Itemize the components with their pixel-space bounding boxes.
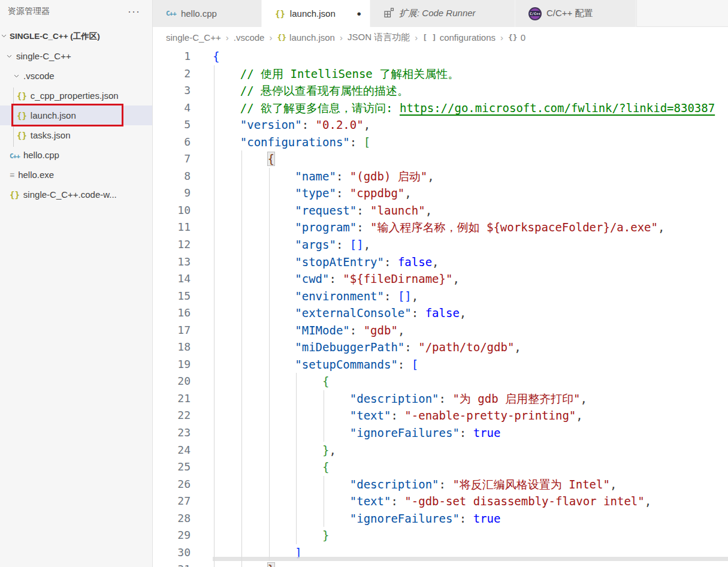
code-token: : [460, 426, 473, 439]
line-number[interactable]: 28 [153, 510, 191, 527]
code-token: , [580, 392, 587, 405]
code-line[interactable]: 19"setupCommands": [ [153, 356, 728, 373]
code-line[interactable]: 1{ [153, 48, 728, 65]
breadcrumb-item[interactable]: {}launch.json [277, 32, 335, 43]
line-number[interactable]: 7 [153, 150, 191, 168]
line-number[interactable]: 5 [153, 116, 191, 134]
code-line[interactable]: 12"args": [], [153, 236, 728, 254]
code-line[interactable]: 7{ [153, 150, 728, 168]
line-number[interactable]: 31 [153, 561, 191, 567]
line-number[interactable]: 21 [153, 390, 191, 408]
code-line[interactable]: 15"environment": [], [153, 288, 728, 305]
code-text: "text": "-enable-pretty-printing", [213, 407, 583, 424]
tree-item[interactable]: {}c_cpp_properties.json [0, 86, 152, 105]
line-number[interactable]: 23 [153, 424, 191, 442]
code-line[interactable]: 2// 使用 IntelliSense 了解相关属性。 [153, 65, 728, 83]
breadcrumb-item[interactable]: JSON 语言功能 [348, 32, 410, 43]
breadcrumb-item[interactable]: single-C_C++ [166, 32, 221, 43]
code-line[interactable]: 9"type": "cppdbg", [153, 185, 728, 202]
tree-item[interactable]: {}single-C_C++.code-w... [0, 185, 152, 204]
code-line[interactable]: 26"description": "将反汇编风格设置为 Intel", [153, 476, 728, 493]
tree-item[interactable]: single-C_C++ [0, 46, 152, 66]
line-number[interactable]: 22 [153, 407, 191, 424]
code-line[interactable]: 3// 悬停以查看现有属性的描述。 [153, 82, 728, 99]
explorer-overflow-menu-icon[interactable]: ··· [128, 5, 140, 18]
code-token: "${fileDirname}" [343, 272, 452, 285]
code-line[interactable]: 4// 欲了解更多信息，请访问: https://go.microsoft.co… [153, 99, 728, 117]
tree-item[interactable]: C++hello.cpp [0, 145, 152, 165]
code-editor[interactable]: 1{2// 使用 IntelliSense 了解相关属性。3// 悬停以查看现有… [153, 48, 728, 567]
line-number[interactable]: 9 [153, 185, 191, 202]
code-line[interactable]: 6"configurations": [ [153, 134, 728, 151]
code-token: "输入程序名称，例如 ${workspaceFolder}/a.exe" [370, 221, 658, 234]
code-line[interactable]: 16"externalConsole": false, [153, 304, 728, 322]
code-line[interactable]: 20{ [153, 373, 728, 390]
line-number[interactable]: 4 [153, 99, 191, 117]
line-number[interactable]: 27 [153, 493, 191, 510]
code-line[interactable]: 28"ignoreFailures": true [153, 510, 728, 527]
line-number[interactable]: 15 [153, 288, 191, 305]
horizontal-scrollbar[interactable] [213, 557, 728, 561]
code-line[interactable]: 22"text": "-enable-pretty-printing", [153, 407, 728, 424]
line-number[interactable]: 24 [153, 442, 191, 459]
line-number[interactable]: 12 [153, 236, 191, 254]
tab[interactable]: C++hello.cpp [153, 0, 262, 27]
line-number[interactable]: 26 [153, 476, 191, 493]
line-number[interactable]: 17 [153, 322, 191, 339]
code-text: { [213, 459, 329, 476]
tree-item[interactable]: ≡hello.exe [0, 165, 152, 185]
code-line[interactable]: 8"name": "(gdb) 启动", [153, 168, 728, 185]
line-number[interactable]: 20 [153, 373, 191, 390]
code-line[interactable]: 21"description": "为 gdb 启用整齐打印", [153, 390, 728, 408]
line-number[interactable]: 18 [153, 339, 191, 356]
code-line[interactable]: 18"miDebuggerPath": "/path/to/gdb", [153, 339, 728, 356]
comment-link[interactable]: https://go.microsoft.com/fwlink/?linkid=… [400, 101, 715, 114]
line-number[interactable]: 6 [153, 134, 191, 151]
line-number[interactable]: 13 [153, 254, 191, 271]
breadcrumb-item[interactable]: .vscode [234, 32, 265, 43]
code-line[interactable]: 5"version": "0.2.0", [153, 116, 728, 134]
code-line[interactable]: 24}, [153, 442, 728, 459]
code-line[interactable]: 17"MIMode": "gdb", [153, 322, 728, 339]
breadcrumb-item[interactable]: {}0 [508, 32, 525, 43]
code-line[interactable]: 14"cwd": "${fileDirname}", [153, 270, 728, 288]
tab[interactable]: C/C++C/C++ 配置 [515, 0, 636, 27]
line-number[interactable]: 2 [153, 65, 191, 83]
code-line[interactable]: 10"request": "launch", [153, 202, 728, 219]
line-number[interactable]: 29 [153, 527, 191, 544]
tab[interactable]: {}launch.json● [262, 0, 370, 27]
tree-item[interactable]: {}tasks.json [0, 125, 152, 145]
tree-item[interactable]: {}launch.json [0, 105, 152, 125]
code-line[interactable]: 11"program": "输入程序名称，例如 ${workspaceFolde… [153, 219, 728, 236]
code-token: , [514, 340, 521, 354]
code-line[interactable]: 27"text": "-gdb-set disassembly-flavor i… [153, 493, 728, 510]
code-line[interactable]: 13"stopAtEntry": false, [153, 254, 728, 271]
code-token: true [473, 512, 501, 525]
tab[interactable]: 扩展: Code Runner [370, 0, 515, 27]
code-token: { [213, 50, 219, 63]
code-lines: 1{2// 使用 IntelliSense 了解相关属性。3// 悬停以查看现有… [153, 48, 728, 567]
line-number[interactable]: 25 [153, 459, 191, 476]
code-text: "ignoreFailures": true [213, 510, 500, 527]
line-number[interactable]: 11 [153, 219, 191, 236]
code-text: "args": [], [213, 236, 370, 254]
line-number[interactable]: 3 [153, 82, 191, 99]
line-number[interactable]: 8 [153, 168, 191, 185]
code-line[interactable]: 23"ignoreFailures": true [153, 424, 728, 442]
workspace-header[interactable]: SINGLE-C_C++ (工作区) [0, 26, 152, 46]
line-number[interactable]: 1 [153, 48, 191, 65]
tree-item[interactable]: .vscode [0, 66, 152, 86]
line-number[interactable]: 19 [153, 356, 191, 373]
cpptools-icon-label: C/C++ [530, 11, 540, 16]
code-line[interactable]: 25{ [153, 459, 728, 476]
code-token: false [425, 306, 460, 319]
breadcrumb-item[interactable]: [ ]configurations [422, 32, 496, 43]
line-number[interactable]: 16 [153, 304, 191, 322]
line-number[interactable]: 30 [153, 544, 191, 562]
code-line[interactable]: 29} [153, 527, 728, 544]
code-token: : [391, 494, 404, 508]
line-number[interactable]: 14 [153, 270, 191, 288]
tree-indent-guide [13, 88, 14, 147]
line-number[interactable]: 10 [153, 202, 191, 219]
code-line[interactable]: 31} [153, 561, 728, 567]
